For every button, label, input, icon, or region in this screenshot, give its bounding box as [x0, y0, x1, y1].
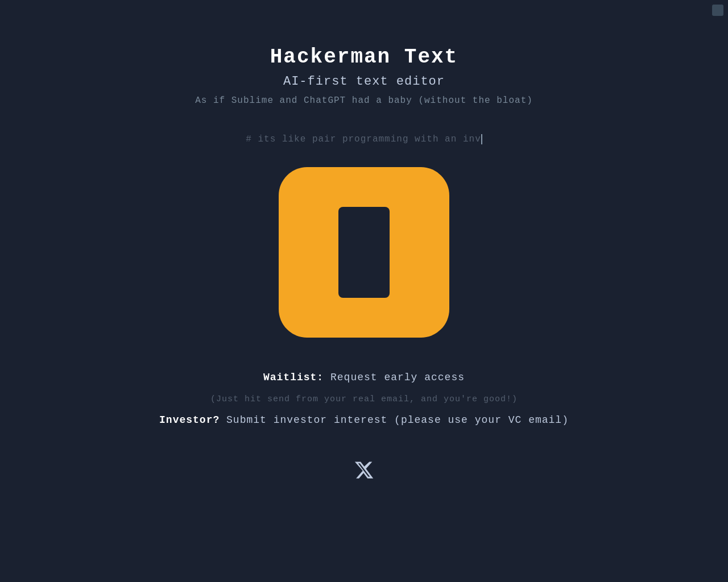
page-container: Hackerman Text AI-first text editor As i…: [108, 45, 620, 506]
app-title: Hackerman Text: [270, 45, 458, 69]
waitlist-link[interactable]: Request early access: [330, 372, 465, 383]
x-twitter-icon: [354, 460, 374, 480]
investor-link[interactable]: Submit investor interest (please use you…: [226, 414, 569, 426]
waitlist-text: Waitlist: Request early access: [263, 372, 465, 383]
app-icon-inner: [338, 207, 390, 298]
x-twitter-link[interactable]: [354, 460, 374, 483]
corner-button[interactable]: [712, 5, 723, 16]
app-tagline: As if Sublime and ChatGPT had a baby (wi…: [195, 95, 533, 106]
waitlist-section: Waitlist: Request early access: [263, 372, 465, 383]
code-preview: # its like pair programming with an inv: [246, 134, 482, 144]
cursor-icon: [481, 134, 482, 144]
waitlist-label: Waitlist:: [263, 372, 324, 383]
app-subtitle: AI-first text editor: [283, 74, 445, 89]
waitlist-note: (Just hit send from your real email, and…: [210, 394, 518, 404]
social-section: [354, 460, 374, 483]
investor-label: Investor?: [159, 414, 220, 426]
app-icon: [279, 167, 449, 338]
investor-text: Investor? Submit investor interest (plea…: [159, 414, 569, 426]
